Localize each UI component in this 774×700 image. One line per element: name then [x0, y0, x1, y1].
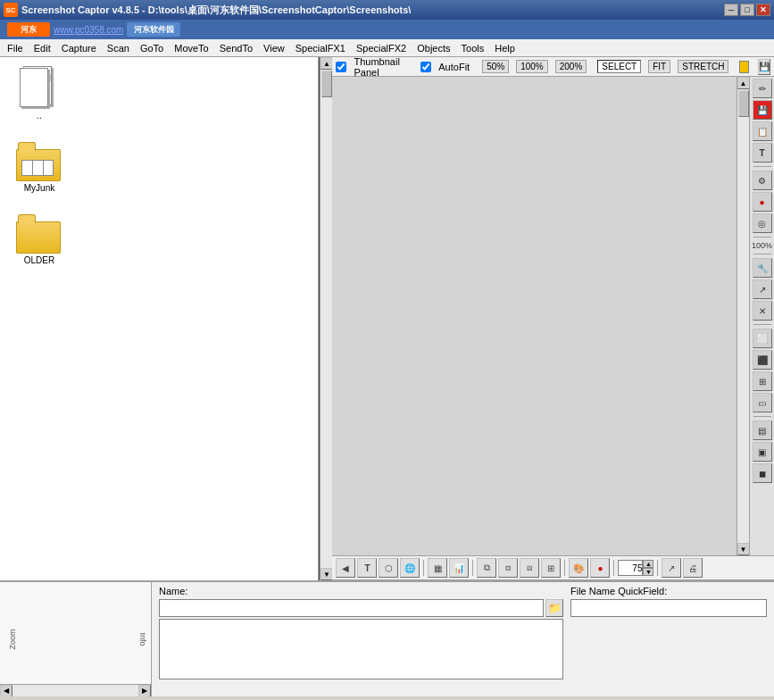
- btb-print-btn[interactable]: 🖨: [683, 558, 703, 578]
- rtb-clipboard-btn[interactable]: 📋: [753, 121, 772, 141]
- file-panel: .. MyJunk: [0, 57, 320, 580]
- left-scrollbar[interactable]: ▲ ▼: [320, 57, 332, 580]
- rtb-pointer-btn[interactable]: ↗: [753, 279, 772, 299]
- menu-bar: File Edit Capture Scan GoTo MoveTo SendT…: [0, 39, 774, 57]
- quickfield-label: File Name QuickField:: [570, 586, 767, 596]
- zoom-50-btn[interactable]: 50%: [482, 60, 509, 73]
- preview-inner: Zoom Info: [0, 582, 151, 696]
- title-text: Screenshot Captor v4.8.5 - D:\tools\桌面\河…: [21, 4, 724, 17]
- file-item-up[interactable]: ..: [4, 61, 75, 124]
- main-scroll-down[interactable]: ▼: [737, 543, 750, 555]
- main-scroll-thumb[interactable]: [738, 90, 749, 117]
- btb-clip4-btn[interactable]: ⊞: [541, 558, 561, 578]
- menu-specialfx2[interactable]: SpecialFX2: [351, 41, 412, 55]
- thumbnail-panel-checkbox[interactable]: [336, 62, 346, 72]
- btb-clip1-btn[interactable]: ⧉: [477, 558, 496, 578]
- rtb-select-btn[interactable]: ⬜: [753, 329, 772, 348]
- menu-scan[interactable]: Scan: [102, 41, 135, 55]
- left-panel-area: .. MyJunk: [0, 57, 332, 580]
- file-item-older[interactable]: OLDER: [4, 211, 75, 269]
- thumbnail-canvas[interactable]: [332, 77, 737, 555]
- rtb-transform-btn[interactable]: ⊞: [753, 371, 772, 391]
- zoom-input[interactable]: [618, 560, 643, 576]
- watermark-link[interactable]: www.pc0358.com: [54, 25, 123, 35]
- zoom-stretch-btn[interactable]: STRETCH: [678, 60, 728, 73]
- rtb-wrench-btn[interactable]: 🔧: [753, 258, 772, 278]
- quickfield-input[interactable]: [570, 599, 767, 617]
- rtb-rect-btn[interactable]: ▭: [753, 393, 772, 412]
- rtb-cross-btn[interactable]: ✕: [753, 301, 772, 321]
- menu-help[interactable]: Help: [489, 41, 520, 55]
- main-scroll-track: [737, 89, 749, 543]
- menu-objects[interactable]: Objects: [412, 41, 455, 55]
- scroll-down-arrow[interactable]: ▼: [320, 568, 333, 580]
- menu-file[interactable]: File: [2, 41, 29, 55]
- menu-goto[interactable]: GoTo: [135, 41, 169, 55]
- zoom-up-btn[interactable]: ▲: [643, 560, 653, 568]
- btb-cursor-btn[interactable]: ↗: [662, 558, 681, 578]
- menu-edit[interactable]: Edit: [29, 41, 56, 55]
- save-icon-btn[interactable]: 💾: [758, 59, 770, 75]
- scroll-thumb[interactable]: [321, 71, 332, 97]
- zoom-vertical-label: Zoom: [8, 629, 17, 649]
- maximize-button[interactable]: □: [740, 4, 754, 16]
- main-scrollbar[interactable]: ▲ ▼: [737, 77, 749, 555]
- btb-grid-btn[interactable]: ▦: [428, 558, 447, 578]
- btb-back-btn[interactable]: ◀: [336, 558, 355, 578]
- btb-red-btn[interactable]: ●: [590, 558, 610, 578]
- close-button[interactable]: ✕: [756, 4, 770, 16]
- hscroll-left[interactable]: ◀: [0, 685, 12, 697]
- color-swatch[interactable]: [739, 61, 749, 73]
- zoom-200-btn[interactable]: 200%: [555, 60, 587, 73]
- rtb-save-btn[interactable]: 💾: [753, 100, 772, 120]
- btb-text-btn[interactable]: T: [357, 558, 377, 578]
- scroll-up-arrow[interactable]: ▲: [320, 57, 333, 70]
- zoom-down-btn[interactable]: ▼: [643, 568, 653, 576]
- rtb-select2-btn[interactable]: ⬛: [753, 350, 772, 370]
- zoom-fit-btn[interactable]: FIT: [648, 60, 670, 73]
- minimize-button[interactable]: ─: [724, 4, 738, 16]
- menu-specialfx1[interactable]: SpecialFX1: [290, 41, 351, 55]
- main-panel: Thumbnail Panel AutoFit 50% 100% 200% SE…: [332, 57, 774, 580]
- btb-color-btn[interactable]: 🎨: [569, 558, 588, 578]
- preview-hscrollbar[interactable]: ◀ ▶: [0, 684, 151, 696]
- btb-sep5: [657, 560, 658, 576]
- name-browse-btn[interactable]: 📁: [545, 599, 563, 617]
- menu-sendto[interactable]: SendTo: [214, 41, 258, 55]
- menu-view[interactable]: View: [258, 41, 290, 55]
- lower-panel: Zoom Info ◀ ▶ Name: 📁: [0, 580, 774, 696]
- main-scroll-up[interactable]: ▲: [737, 77, 750, 89]
- btb-globe-btn[interactable]: 🌐: [400, 558, 420, 578]
- rtb-panel1-btn[interactable]: ▤: [753, 421, 772, 440]
- btb-sep2: [472, 560, 473, 576]
- rtb-shape-btn[interactable]: ◎: [753, 213, 772, 233]
- name-input[interactable]: [159, 599, 544, 617]
- menu-moveto[interactable]: MoveTo: [169, 41, 214, 55]
- rtb-gear-btn[interactable]: ⚙: [753, 171, 772, 190]
- zoom-select-btn[interactable]: SELECT: [597, 60, 641, 73]
- name-label: Name:: [159, 586, 563, 596]
- menu-capture[interactable]: Capture: [56, 41, 102, 55]
- autofit-checkbox[interactable]: [420, 62, 431, 72]
- menu-tools[interactable]: Tools: [456, 41, 490, 55]
- right-toolbar: ✏ 💾 📋 T ⚙ ● ◎ 100%: [749, 77, 774, 555]
- btb-hex-btn[interactable]: ⬡: [379, 558, 398, 578]
- name-textarea[interactable]: [159, 619, 563, 679]
- btb-clip2-btn[interactable]: ⧈: [498, 558, 518, 578]
- watermark-logo: 河东: [7, 22, 50, 37]
- panel-scroll-area: ▲ ▼ ✏ 💾 📋 T: [332, 77, 774, 555]
- file-item-myjunk[interactable]: MyJunk: [4, 138, 75, 196]
- rtb-text-btn[interactable]: T: [753, 143, 772, 162]
- preview-pane: Zoom Info ◀ ▶: [0, 582, 152, 696]
- rtb-red-btn[interactable]: ●: [753, 192, 772, 212]
- hscroll-right[interactable]: ▶: [138, 685, 151, 697]
- btb-clip3-btn[interactable]: ⧇: [520, 558, 539, 578]
- scroll-track: [320, 70, 332, 568]
- btb-sep4: [613, 560, 614, 576]
- zoom-100-btn[interactable]: 100%: [516, 60, 548, 73]
- rtb-pencil-btn[interactable]: ✏: [753, 79, 772, 98]
- rtb-panel2-btn[interactable]: ▣: [753, 442, 772, 462]
- rtb-sep1: [753, 166, 771, 167]
- rtb-panel3-btn[interactable]: ◼: [753, 463, 772, 483]
- btb-chart-btn[interactable]: 📊: [449, 558, 469, 578]
